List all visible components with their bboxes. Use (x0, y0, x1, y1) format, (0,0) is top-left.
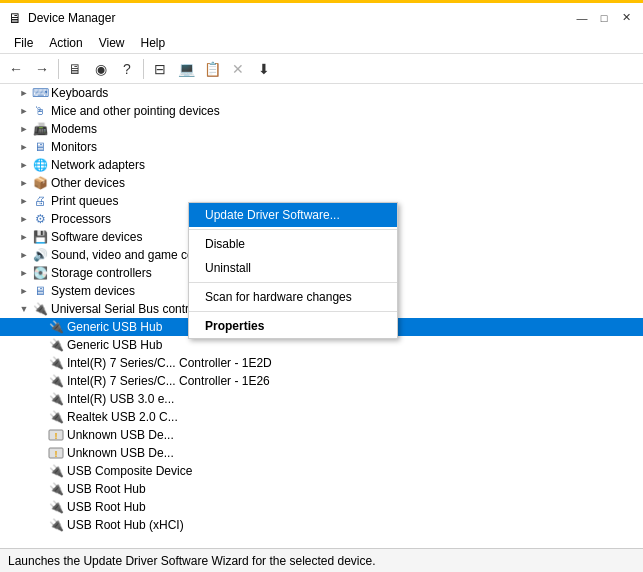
processors-label: Processors (51, 212, 111, 226)
status-text: Launches the Update Driver Software Wiza… (8, 554, 376, 568)
intel3-icon: 🔌 (48, 391, 64, 407)
expand-icon-mice[interactable]: ► (16, 103, 32, 119)
expand-icon-storage[interactable]: ► (16, 265, 32, 281)
expand-icon-other[interactable]: ► (16, 175, 32, 191)
menu-view[interactable]: View (91, 34, 133, 52)
print-icon: 🖨 (32, 193, 48, 209)
realtek-label: Realtek USB 2.0 C... (67, 410, 178, 424)
tree-item-roothub1[interactable]: 🔌 USB Root Hub (0, 480, 643, 498)
expand-spacer (32, 445, 48, 461)
tree-item-monitors[interactable]: ► 🖥 Monitors (0, 138, 643, 156)
expand-icon-modems[interactable]: ► (16, 121, 32, 137)
intel1-label: Intel(R) 7 Series/C... Controller - 1E2D (67, 356, 272, 370)
system-label: System devices (51, 284, 135, 298)
tree-item-intel3[interactable]: 🔌 Intel(R) USB 3.0 e... (0, 390, 643, 408)
expand-spacer (32, 499, 48, 515)
generic2-label: Generic USB Hub (67, 338, 162, 352)
status-bar: Launches the Update Driver Software Wiza… (0, 548, 643, 572)
unknown1-label: Unknown USB De... (67, 428, 174, 442)
tree-item-other[interactable]: ► 📦 Other devices (0, 174, 643, 192)
expand-icon-network[interactable]: ► (16, 157, 32, 173)
remove-button[interactable]: ⊟ (148, 57, 172, 81)
tree-item-network[interactable]: ► 🌐 Network adapters (0, 156, 643, 174)
unknown2-icon: ! (48, 445, 64, 461)
tree-panel[interactable]: ► ⌨ Keyboards ► 🖱 Mice and other pointin… (0, 84, 643, 548)
keyboards-label: Keyboards (51, 86, 108, 100)
processors-icon: ⚙ (32, 211, 48, 227)
context-menu-uninstall[interactable]: Uninstall (189, 256, 397, 280)
tree-item-keyboards[interactable]: ► ⌨ Keyboards (0, 84, 643, 102)
menu-help[interactable]: Help (133, 34, 174, 52)
help-button[interactable]: ? (115, 57, 139, 81)
computer-icon-button[interactable]: 🖥 (63, 57, 87, 81)
expand-spacer (32, 409, 48, 425)
properties-button[interactable]: ◉ (89, 57, 113, 81)
back-button[interactable]: ← (4, 57, 28, 81)
expand-spacer (32, 517, 48, 533)
mice-label: Mice and other pointing devices (51, 104, 220, 118)
menu-action[interactable]: Action (41, 34, 90, 52)
tree-item-roothub3[interactable]: 🔌 USB Root Hub (xHCI) (0, 516, 643, 534)
svg-text:!: ! (55, 431, 58, 441)
tree-item-intel2[interactable]: 🔌 Intel(R) 7 Series/C... Controller - 1E… (0, 372, 643, 390)
tree-item-intel1[interactable]: 🔌 Intel(R) 7 Series/C... Controller - 1E… (0, 354, 643, 372)
expand-icon-system[interactable]: ► (16, 283, 32, 299)
storage-icon: 💽 (32, 265, 48, 281)
device-manager-button[interactable]: 📋 (200, 57, 224, 81)
expand-spacer (32, 427, 48, 443)
svg-text:!: ! (55, 449, 58, 459)
generic1-label: Generic USB Hub (67, 320, 162, 334)
toolbar: ← → 🖥 ◉ ? ⊟ 💻 📋 ✕ ⬇ (0, 54, 643, 84)
scan-button[interactable]: 💻 (174, 57, 198, 81)
expand-icon-processors[interactable]: ► (16, 211, 32, 227)
maximize-button[interactable]: □ (595, 9, 613, 27)
context-menu-sep3 (189, 311, 397, 312)
expand-icon-usb[interactable]: ▼ (16, 301, 32, 317)
tree-item-realtek[interactable]: 🔌 Realtek USB 2.0 C... (0, 408, 643, 426)
toolbar-separator-2 (143, 59, 144, 79)
expand-spacer (32, 373, 48, 389)
print-label: Print queues (51, 194, 118, 208)
tree-item-modems[interactable]: ► 📠 Modems (0, 120, 643, 138)
modems-icon: 📠 (32, 121, 48, 137)
title-bar-controls: — □ ✕ (573, 9, 635, 27)
menu-file[interactable]: File (6, 34, 41, 52)
monitors-label: Monitors (51, 140, 97, 154)
intel2-label: Intel(R) 7 Series/C... Controller - 1E26 (67, 374, 270, 388)
intel1-icon: 🔌 (48, 355, 64, 371)
window: 🖥 Device Manager — □ ✕ File Action View … (0, 0, 643, 572)
expand-spacer (32, 355, 48, 371)
expand-spacer (32, 463, 48, 479)
expand-icon-monitors[interactable]: ► (16, 139, 32, 155)
context-menu-scan[interactable]: Scan for hardware changes (189, 285, 397, 309)
update-driver-button[interactable]: ⬇ (252, 57, 276, 81)
uninstall-button[interactable]: ✕ (226, 57, 250, 81)
composite-icon: 🔌 (48, 463, 64, 479)
tree-item-roothub2[interactable]: 🔌 USB Root Hub (0, 498, 643, 516)
context-menu-properties[interactable]: Properties (189, 314, 397, 338)
expand-spacer (32, 391, 48, 407)
context-menu-sep1 (189, 229, 397, 230)
context-menu-update[interactable]: Update Driver Software... (189, 203, 397, 227)
context-menu-disable[interactable]: Disable (189, 232, 397, 256)
tree-item-unknown1[interactable]: ! Unknown USB De... (0, 426, 643, 444)
other-label: Other devices (51, 176, 125, 190)
modems-label: Modems (51, 122, 97, 136)
close-button[interactable]: ✕ (617, 9, 635, 27)
unknown2-label: Unknown USB De... (67, 446, 174, 460)
title-bar-left: 🖥 Device Manager (8, 10, 115, 26)
network-label: Network adapters (51, 158, 145, 172)
tree-item-unknown2[interactable]: ! Unknown USB De... (0, 444, 643, 462)
expand-icon-print[interactable]: ► (16, 193, 32, 209)
tree-item-composite[interactable]: 🔌 USB Composite Device (0, 462, 643, 480)
minimize-button[interactable]: — (573, 9, 591, 27)
usb-controller-icon: 🔌 (32, 301, 48, 317)
expand-icon-sound[interactable]: ► (16, 247, 32, 263)
roothub1-label: USB Root Hub (67, 482, 146, 496)
expand-icon-keyboards[interactable]: ► (16, 85, 32, 101)
composite-label: USB Composite Device (67, 464, 192, 478)
intel2-icon: 🔌 (48, 373, 64, 389)
tree-item-mice[interactable]: ► 🖱 Mice and other pointing devices (0, 102, 643, 120)
expand-icon-software[interactable]: ► (16, 229, 32, 245)
forward-button[interactable]: → (30, 57, 54, 81)
